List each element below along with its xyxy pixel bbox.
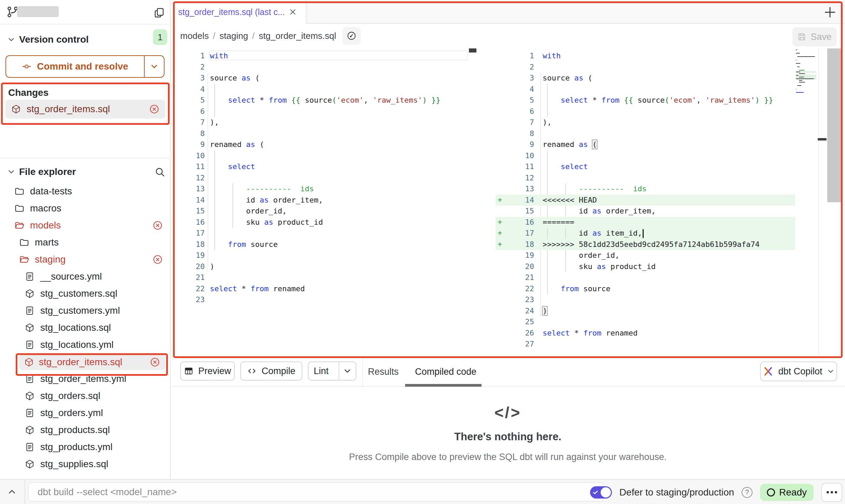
line-number: 4 [510, 85, 534, 93]
file-name: stg_locations.yml [40, 339, 114, 350]
code-line[interactable]: order_id, [210, 206, 287, 217]
code-line[interactable]: select [210, 161, 255, 173]
code-line[interactable]: id as order_item, [210, 195, 323, 206]
chevron-up-icon[interactable] [7, 487, 17, 497]
tab-results[interactable]: Results [368, 357, 399, 386]
file-tree-item--sources-yml[interactable]: __sources.yml [0, 269, 171, 284]
line-number: 19 [510, 251, 534, 260]
code-line[interactable]: ), [210, 117, 219, 128]
conflict-x-icon[interactable] [152, 254, 163, 265]
code-line[interactable]: id as item_id, [543, 228, 644, 239]
dbt-copilot-button[interactable]: dbt Copilot [760, 361, 837, 381]
file-tree-item-macros[interactable]: macros [0, 201, 171, 216]
tab-stg-order-items[interactable]: stg_order_items.sql (last c... [171, 0, 306, 24]
lint-button[interactable]: Lint [308, 361, 356, 381]
code-line[interactable]: select * from renamed [210, 283, 305, 295]
code-line[interactable]: select [543, 161, 588, 173]
file-tree-item-models[interactable]: models [0, 218, 171, 233]
line-number: 11 [510, 162, 534, 171]
more-options-button[interactable] [821, 483, 842, 502]
line-number: 21 [510, 273, 534, 282]
code-line[interactable]: sku as product_id [210, 217, 323, 228]
lint-options-caret[interactable] [339, 362, 356, 380]
breadcrumb-segment[interactable]: stg_order_items.sql [259, 31, 336, 41]
code-line[interactable]: select * from {{ source('ecom', 'raw_ite… [543, 95, 773, 106]
selected-file-pill[interactable]: stg_order_items.sql [19, 354, 165, 370]
code-line[interactable]: ======= [543, 217, 574, 228]
line-number: 20 [181, 262, 205, 271]
code-line[interactable]: with [543, 50, 561, 62]
doc-icon [25, 442, 35, 452]
code-line[interactable]: from source [543, 283, 611, 295]
dbt-copilot-icon [762, 366, 774, 377]
code-line[interactable]: sku as product_id [543, 261, 656, 272]
code-line[interactable]: id as order_item, [543, 206, 656, 217]
file-tree-item-stg-order-items-sql[interactable]: stg_order_items.sql [0, 354, 171, 370]
code-line[interactable]: renamed as ( [543, 139, 597, 150]
file-tree-item-stg-supplies-sql[interactable]: stg_supplies.sql [0, 456, 171, 472]
pane-divider-handle[interactable] [818, 138, 827, 140]
lineage-gauge-icon[interactable] [342, 27, 361, 45]
conflict-x-icon[interactable] [152, 220, 163, 231]
line-number: 3 [181, 74, 205, 82]
line-number: 11 [181, 162, 205, 171]
toggle-knob [601, 487, 611, 498]
code-line[interactable]: order_id, [543, 250, 619, 261]
right-pane-scrollbar-thumb[interactable] [827, 48, 842, 202]
code-line[interactable]: ) [543, 306, 547, 317]
breadcrumb-segment[interactable]: models [180, 31, 209, 41]
code-line[interactable]: <<<<<<< HEAD [543, 195, 597, 206]
doc-icon [25, 408, 35, 418]
line-number: 14 [510, 196, 534, 204]
code-line[interactable]: select * from {{ source('ecom', 'raw_ite… [210, 95, 441, 106]
compile-button[interactable]: Compile [240, 361, 302, 381]
active-tab-underline [405, 384, 482, 387]
code-line[interactable]: with [210, 50, 228, 62]
floppy-disk-icon [798, 32, 806, 41]
close-icon[interactable] [288, 8, 297, 16]
file-name: marts [35, 237, 59, 248]
save-button[interactable]: Save [792, 27, 837, 46]
lint-label[interactable]: Lint [309, 366, 334, 376]
dbt-command-input[interactable] [28, 482, 604, 502]
code-line[interactable]: ---------- ids [543, 183, 647, 195]
file-tree-item-stg-customers-sql[interactable]: stg_customers.sql [0, 286, 171, 301]
code-line[interactable]: >>>>>>> 58c1dd23d5eebd9cd2495fa7124ab61b… [543, 239, 760, 250]
model-icon [25, 288, 35, 299]
code-line[interactable]: source as ( [543, 73, 592, 84]
line-number: 18 [510, 240, 534, 249]
conflict-x-icon[interactable] [149, 357, 160, 368]
code-line[interactable]: from source [210, 239, 278, 250]
preview-button[interactable]: Preview [180, 361, 235, 381]
file-tree-item-stg-products-sql[interactable]: stg_products.sql [0, 422, 171, 438]
empty-state-subtitle: Press Compile above to preview the SQL d… [349, 452, 667, 462]
line-number: 12 [181, 174, 205, 182]
help-icon[interactable]: ? [742, 487, 753, 498]
status-bar-right: Defer to staging/production ? Ready [590, 480, 842, 504]
file-tree-item-stg-customers-yml[interactable]: stg_customers.yml [0, 303, 171, 318]
file-tree-item-stg-orders-sql[interactable]: stg_orders.sql [0, 388, 171, 404]
file-tree-item-stg-locations-sql[interactable]: stg_locations.sql [0, 320, 171, 336]
file-tree-item-stg-products-yml[interactable]: stg_products.yml [0, 439, 171, 455]
file-tree-item-stg-locations-yml[interactable]: stg_locations.yml [0, 337, 171, 353]
table-icon [184, 366, 194, 376]
new-tab-button[interactable] [822, 5, 837, 20]
left-pane-scrollbar-thumb[interactable] [469, 48, 476, 53]
line-number: 27 [510, 340, 534, 348]
breadcrumb-segment[interactable]: staging [219, 31, 248, 41]
code-line[interactable]: renamed as ( [210, 139, 264, 150]
file-tree-item-stg-orders-yml[interactable]: stg_orders.yml [0, 405, 171, 421]
file-tree-item-staging[interactable]: staging [0, 252, 171, 267]
file-tree-item-marts[interactable]: marts [0, 235, 171, 250]
defer-toggle[interactable] [590, 486, 612, 499]
file-tree-item-data-tests[interactable]: data-tests [0, 183, 171, 199]
code-line[interactable]: ) [210, 261, 214, 272]
file-tree-item-stg-order-items-yml[interactable]: stg_order_items.yml [0, 371, 171, 387]
code-line[interactable]: source as ( [210, 73, 260, 84]
code-line[interactable]: ---------- ids [210, 183, 314, 195]
file-name: stg_products.yml [40, 442, 113, 453]
code-line[interactable]: select * from renamed [543, 328, 638, 339]
tab-compiled-code[interactable]: Compiled code [415, 357, 476, 386]
diff-editor[interactable]: 1with23source as (45 select * from {{ so… [171, 48, 845, 357]
code-line[interactable]: ), [543, 117, 552, 128]
